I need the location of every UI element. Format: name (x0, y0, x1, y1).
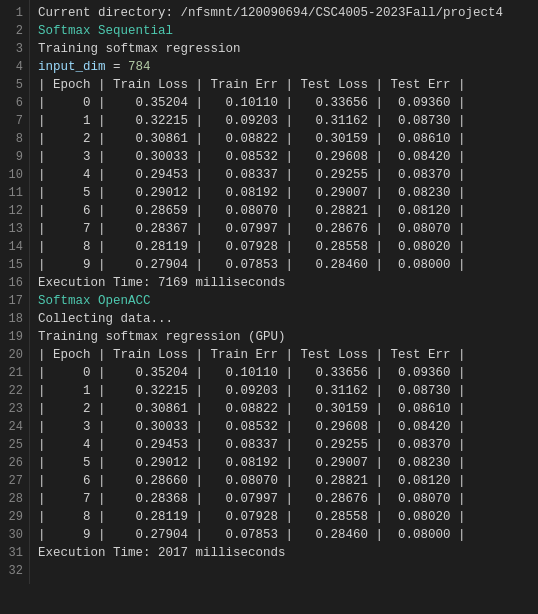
line-number: 31 (0, 544, 23, 562)
line-number: 15 (0, 256, 23, 274)
terminal-line: | 8 | 0.28119 | 0.07928 | 0.28558 | 0.08… (38, 508, 538, 526)
terminal-line: input_dim = 784 (38, 58, 538, 76)
line-number: 24 (0, 418, 23, 436)
terminal-line: | 0 | 0.35204 | 0.10110 | 0.33656 | 0.09… (38, 364, 538, 382)
line-number: 16 (0, 274, 23, 292)
line-numbers: 1234567891011121314151617181920212223242… (0, 0, 30, 584)
terminal-line: | 9 | 0.27904 | 0.07853 | 0.28460 | 0.08… (38, 526, 538, 544)
line-number: 29 (0, 508, 23, 526)
line-number: 22 (0, 382, 23, 400)
line-number: 9 (0, 148, 23, 166)
line-number: 21 (0, 364, 23, 382)
terminal-line: | 5 | 0.29012 | 0.08192 | 0.29007 | 0.08… (38, 454, 538, 472)
terminal-line: | 4 | 0.29453 | 0.08337 | 0.29255 | 0.08… (38, 166, 538, 184)
terminal-line: Softmax Sequential (38, 22, 538, 40)
terminal-content: Current directory: /nfsmnt/120090694/CSC… (30, 0, 538, 584)
terminal-line: | 1 | 0.32215 | 0.09203 | 0.31162 | 0.08… (38, 382, 538, 400)
line-number: 7 (0, 112, 23, 130)
terminal-line: | 2 | 0.30861 | 0.08822 | 0.30159 | 0.08… (38, 400, 538, 418)
line-number: 20 (0, 346, 23, 364)
terminal-line: | 1 | 0.32215 | 0.09203 | 0.31162 | 0.08… (38, 112, 538, 130)
line-number: 10 (0, 166, 23, 184)
terminal-line: Training softmax regression (38, 40, 538, 58)
terminal-line: | 7 | 0.28367 | 0.07997 | 0.28676 | 0.08… (38, 220, 538, 238)
terminal-line: Current directory: /nfsmnt/120090694/CSC… (38, 4, 538, 22)
line-number: 26 (0, 454, 23, 472)
terminal-line: Collecting data... (38, 310, 538, 328)
line-number: 17 (0, 292, 23, 310)
line-number: 27 (0, 472, 23, 490)
terminal-line: | Epoch | Train Loss | Train Err | Test … (38, 346, 538, 364)
terminal-line: Softmax OpenACC (38, 292, 538, 310)
line-number: 18 (0, 310, 23, 328)
line-number: 32 (0, 562, 23, 580)
terminal-line: | 8 | 0.28119 | 0.07928 | 0.28558 | 0.08… (38, 238, 538, 256)
terminal-line: | Epoch | Train Loss | Train Err | Test … (38, 76, 538, 94)
terminal-line: | 4 | 0.29453 | 0.08337 | 0.29255 | 0.08… (38, 436, 538, 454)
terminal-line: | 7 | 0.28368 | 0.07997 | 0.28676 | 0.08… (38, 490, 538, 508)
line-number: 2 (0, 22, 23, 40)
line-number: 11 (0, 184, 23, 202)
terminal-line: | 2 | 0.30861 | 0.08822 | 0.30159 | 0.08… (38, 130, 538, 148)
terminal-line: Training softmax regression (GPU) (38, 328, 538, 346)
terminal-line: | 3 | 0.30033 | 0.08532 | 0.29608 | 0.08… (38, 418, 538, 436)
terminal-line: | 6 | 0.28659 | 0.08070 | 0.28821 | 0.08… (38, 202, 538, 220)
line-number: 23 (0, 400, 23, 418)
line-number: 4 (0, 58, 23, 76)
line-number: 6 (0, 94, 23, 112)
line-number: 8 (0, 130, 23, 148)
line-number: 30 (0, 526, 23, 544)
terminal-line: | 5 | 0.29012 | 0.08192 | 0.29007 | 0.08… (38, 184, 538, 202)
line-number: 28 (0, 490, 23, 508)
terminal-line: | 3 | 0.30033 | 0.08532 | 0.29608 | 0.08… (38, 148, 538, 166)
line-number: 25 (0, 436, 23, 454)
terminal-line: | 6 | 0.28660 | 0.08070 | 0.28821 | 0.08… (38, 472, 538, 490)
line-number: 1 (0, 4, 23, 22)
terminal-window: 1234567891011121314151617181920212223242… (0, 0, 538, 584)
line-number: 3 (0, 40, 23, 58)
terminal-line: Execution Time: 7169 milliseconds (38, 274, 538, 292)
line-number: 12 (0, 202, 23, 220)
line-number: 13 (0, 220, 23, 238)
line-number: 19 (0, 328, 23, 346)
terminal-line: | 0 | 0.35204 | 0.10110 | 0.33656 | 0.09… (38, 94, 538, 112)
line-number: 14 (0, 238, 23, 256)
terminal-line: | 9 | 0.27904 | 0.07853 | 0.28460 | 0.08… (38, 256, 538, 274)
terminal-line: Execution Time: 2017 milliseconds (38, 544, 538, 562)
line-number: 5 (0, 76, 23, 94)
